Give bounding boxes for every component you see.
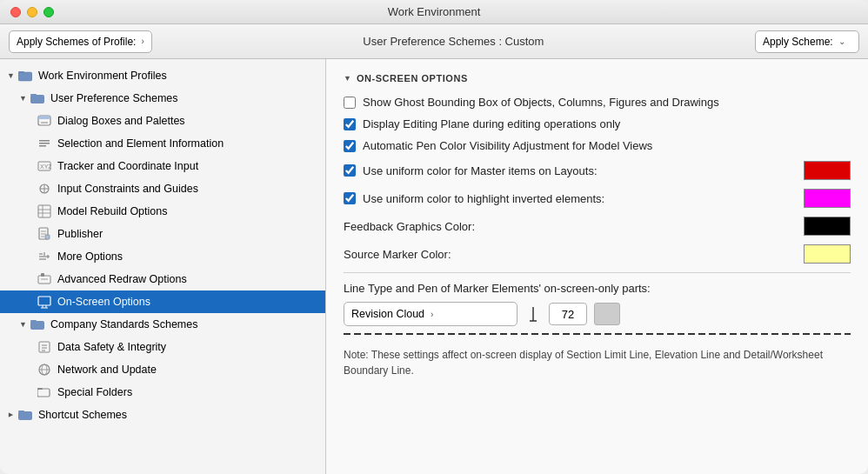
line-type-row: Revision Cloud › — [344, 302, 851, 326]
sidebar-item-label: Input Constraints and Guides — [57, 183, 198, 195]
svg-rect-30 — [38, 276, 50, 284]
sidebar-item-model-rebuild[interactable]: Model Rebuild Options — [0, 200, 325, 223]
tracker-icon: XYZ — [37, 158, 52, 174]
sidebar-item-input-constraints[interactable]: Input Constraints and Guides — [0, 177, 325, 200]
sidebar-item-dialog-boxes[interactable]: Dialog Boxes and Palettes — [0, 110, 325, 132]
svg-rect-38 — [30, 321, 44, 330]
uniform-color-inverted-checkbox[interactable] — [344, 192, 356, 204]
sidebar-item-label: Work Environment Profiles — [38, 70, 167, 82]
toolbar-right: Apply Scheme: ⌄ — [755, 30, 859, 53]
close-button[interactable] — [10, 7, 21, 17]
option-label: Show Ghost Bounding Box of Objects, Colu… — [363, 96, 719, 109]
sidebar-item-advanced-redraw[interactable]: Advanced Redraw Options — [0, 268, 325, 290]
sidebar-item-on-screen-options[interactable]: On-Screen Options — [0, 290, 325, 313]
sidebar-item-label: Model Rebuild Options — [57, 205, 167, 217]
section-title: ON-SCREEN OPTIONS — [357, 73, 468, 83]
sidebar-item-label: More Options — [57, 250, 123, 263]
title-bar: Work Environment — [0, 0, 868, 24]
sidebar-item-label: Tracker and Coordinate Input — [57, 160, 198, 172]
sidebar-item-tracker[interactable]: XYZ Tracker and Coordinate Input — [0, 155, 325, 177]
option-label: Use uniform color for Master items on La… — [363, 164, 598, 177]
triangle-down-icon: ▼ — [19, 320, 27, 329]
data-icon — [37, 339, 52, 355]
maximize-button[interactable] — [43, 7, 54, 17]
divider — [344, 272, 851, 273]
sidebar-item-label: Selection and Element Information — [57, 137, 224, 150]
option-label: Feedback Graphics Color: — [344, 220, 475, 233]
pen-value-input[interactable] — [549, 303, 587, 325]
uniform-color-inverted-swatch[interactable] — [804, 189, 851, 208]
svg-rect-8 — [39, 140, 50, 142]
sidebar-item-user-pref-schemes[interactable]: ▼ User Preference Schemes — [0, 87, 325, 110]
svg-rect-9 — [39, 143, 50, 144]
option-uniform-color-inverted: Use uniform color to highlight inverted … — [344, 189, 851, 208]
sidebar-item-label: Dialog Boxes and Palettes — [57, 115, 185, 127]
uniform-color-master-checkbox[interactable] — [344, 164, 356, 177]
triangle-down-icon: ▼ — [7, 71, 15, 80]
svg-rect-49 — [18, 411, 32, 420]
feedback-graphics-swatch[interactable] — [804, 217, 851, 236]
chevron-right-icon: › — [431, 310, 510, 319]
publisher-icon — [37, 226, 52, 242]
triangle-down-icon: ▼ — [19, 94, 27, 103]
sidebar-item-label: Data Safety & Integrity — [57, 341, 166, 353]
option-label: Source Marker Color: — [344, 248, 451, 261]
sidebar-item-label: Network and Update — [57, 364, 157, 376]
uniform-color-master-swatch[interactable] — [804, 161, 851, 180]
option-label: Display Editing Plane during editing ope… — [363, 117, 620, 130]
folder-icon — [30, 90, 45, 106]
svg-rect-6 — [38, 116, 50, 119]
sidebar-item-special-folders[interactable]: Special Folders — [0, 381, 325, 404]
folder-icon — [30, 317, 45, 332]
apply-schemes-dropdown[interactable]: Apply Schemes of Profile: › — [9, 30, 152, 53]
network-icon — [37, 362, 52, 377]
folder-icon — [17, 68, 33, 83]
ghost-bounding-box-checkbox[interactable] — [344, 97, 356, 109]
option-auto-pen-color: Automatic Pen Color Visibility Adjustmen… — [344, 139, 851, 152]
option-feedback-graphics: Feedback Graphics Color: — [344, 217, 851, 236]
sidebar-item-selection-element[interactable]: Selection and Element Information — [0, 132, 325, 155]
main-layout: ▼ Work Environment Profiles ▼ User Prefe… — [0, 59, 868, 474]
selection-icon — [37, 136, 52, 151]
toolbar: Apply Schemes of Profile: › User Prefere… — [0, 24, 868, 59]
svg-rect-47 — [37, 388, 43, 390]
minimize-button[interactable] — [27, 7, 37, 17]
option-source-marker: Source Marker Color: — [344, 244, 851, 264]
apply-scheme-dropdown[interactable]: Apply Scheme: ⌄ — [755, 30, 859, 53]
line-type-section: Line Type and Pen of Marker Elements' on… — [344, 282, 851, 338]
pen-color-swatch[interactable] — [594, 303, 620, 325]
svg-rect-46 — [37, 389, 50, 397]
sidebar-item-company-standards[interactable]: ▼ Company Standards Schemes — [0, 313, 325, 336]
svg-rect-24 — [45, 235, 50, 239]
chevron-right-icon: › — [141, 37, 144, 46]
sidebar-item-publisher[interactable]: Publisher — [0, 223, 325, 245]
svg-rect-4 — [30, 95, 44, 103]
rebuild-icon — [37, 204, 52, 219]
dialog-icon — [37, 113, 52, 129]
sidebar-item-network-update[interactable]: Network and Update — [0, 358, 325, 381]
scheme-label: User Preference Schemes : Custom — [161, 35, 746, 48]
line-type-dropdown[interactable]: Revision Cloud › — [344, 302, 517, 326]
sidebar-item-label: Shortcut Schemes — [38, 409, 127, 421]
sidebar-item-shortcut-schemes[interactable]: ▼ Shortcut Schemes — [0, 404, 325, 426]
folder-icon — [17, 407, 33, 423]
more-icon — [37, 249, 52, 264]
line-type-label: Line Type and Pen of Marker Elements' on… — [344, 282, 851, 295]
chevron-down-icon: ⌄ — [838, 37, 845, 46]
apply-schemes-label: Apply Schemes of Profile: — [17, 36, 136, 48]
svg-rect-16 — [38, 205, 50, 217]
svg-rect-10 — [39, 145, 46, 147]
svg-rect-33 — [38, 297, 50, 305]
line-type-value: Revision Cloud — [351, 308, 431, 320]
sidebar-item-work-env-profiles[interactable]: ▼ Work Environment Profiles — [0, 64, 325, 87]
option-uniform-color-master: Use uniform color for Master items on La… — [344, 161, 851, 180]
svg-text:XYZ: XYZ — [40, 164, 51, 170]
note-text: Note: These settings affect on-screen di… — [344, 347, 851, 378]
sidebar-item-more-options[interactable]: More Options — [0, 245, 325, 268]
display-editing-plane-checkbox[interactable] — [344, 118, 356, 130]
source-marker-swatch[interactable] — [804, 244, 851, 264]
auto-pen-color-checkbox[interactable] — [344, 140, 356, 152]
pen-icon — [524, 305, 542, 323]
input-icon — [37, 181, 52, 197]
sidebar-item-data-safety[interactable]: Data Safety & Integrity — [0, 336, 325, 358]
